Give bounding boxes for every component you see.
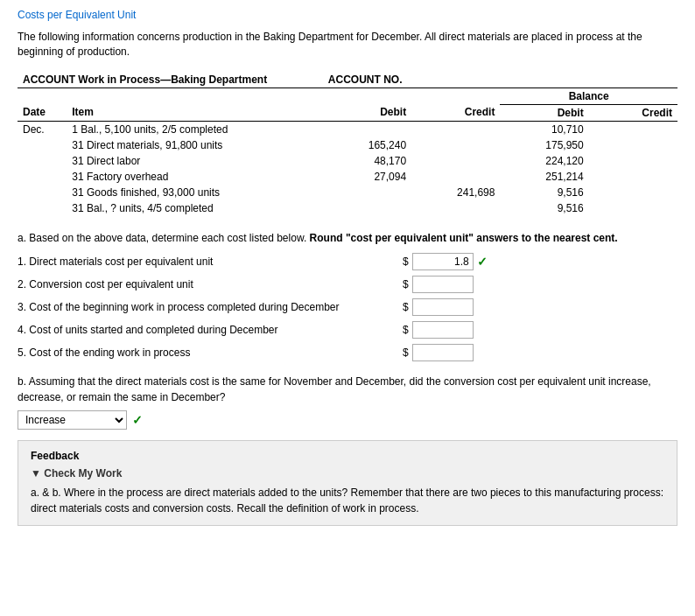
answer-area: $ [403,276,474,293]
col-item-header: Item [67,104,323,121]
page-title: Costs per Equivalent Unit [18,9,677,21]
table-row: 31 Direct materials, 91,800 units 165,24… [18,137,677,153]
dollar-sign: $ [403,301,409,313]
question-row: 5. Cost of the ending work in process$ [18,344,677,361]
account-table: ACCOUNT Work in Process—Baking Departmen… [18,72,677,216]
dollar-sign: $ [403,324,409,336]
col-bal-credit-header: Credit [589,104,677,121]
table-row: 31 Factory overhead 27,094 251,214 [18,169,677,185]
question-row: 2. Conversion cost per equivalent unit$ [18,276,677,293]
question-label: 1. Direct materials cost per equivalent … [18,256,403,268]
answer-input-3[interactable] [412,298,474,316]
part-a-label: a. Based on the above data, determine ea… [18,230,677,246]
answer-area: $ [403,298,474,316]
col-debit-header: Debit [323,104,411,121]
question-row: 4. Cost of units started and completed d… [18,321,677,339]
part-b-text: b. Assuming that the direct materials co… [18,374,677,405]
question-label: 3. Cost of the beginning work in process… [18,301,403,313]
answer-input-5[interactable] [412,344,474,361]
feedback-box: Feedback ▼ Check My Work a. & b. Where i… [18,440,677,526]
answer-input-1[interactable] [412,253,474,270]
feedback-title: Feedback [31,450,664,462]
question-label: 2. Conversion cost per equivalent unit [18,278,403,290]
account-title: ACCOUNT Work in Process—Baking Departmen… [18,72,323,88]
check-my-work: ▼ Check My Work [31,467,664,480]
question-row: 1. Direct materials cost per equivalent … [18,253,677,270]
account-no-label: ACCOUNT NO. [323,72,677,88]
part-b-checkmark: ✓ [132,413,143,427]
col-bal-debit-header: Debit [500,104,588,121]
part-b-answer-area: IncreaseDecreaseRemain the same ✓ [18,410,677,430]
dollar-sign: $ [403,278,409,290]
question-label: 4. Cost of units started and completed d… [18,324,403,336]
intro-text: The following information concerns produ… [18,30,677,60]
answer-area: $ [403,321,474,339]
table-row: 31 Goods finished, 93,000 units 241,698 … [18,185,677,200]
feedback-content: a. & b. Where in the process are direct … [31,485,664,516]
col-credit-header: Credit [411,104,500,121]
answer-area: $ [403,344,474,361]
answer-input-2[interactable] [412,276,474,293]
balance-header: Balance [500,88,677,104]
table-row: 31 Direct labor 48,170 224,120 [18,153,677,169]
answer-input-4[interactable] [412,321,474,339]
question-row: 3. Cost of the beginning work in process… [18,298,677,316]
answer-area: $✓ [403,253,488,270]
checkmark: ✓ [477,255,488,269]
col-date-header: Date [18,104,67,121]
part-b-dropdown[interactable]: IncreaseDecreaseRemain the same [18,410,127,430]
table-row: 31 Bal., ? units, 4/5 completed 9,516 [18,200,677,216]
table-row: Dec. 1 Bal., 5,100 units, 2/5 completed … [18,121,677,137]
dollar-sign: $ [403,346,409,359]
dollar-sign: $ [403,256,409,268]
question-label: 5. Cost of the ending work in process [18,346,403,359]
